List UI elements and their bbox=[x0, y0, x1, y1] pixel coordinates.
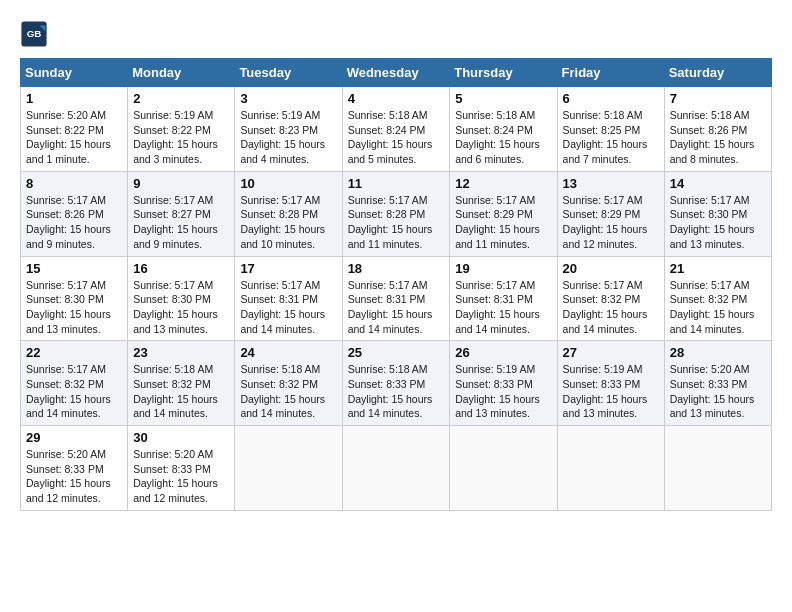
calendar-header-row: SundayMondayTuesdayWednesdayThursdayFrid… bbox=[21, 59, 772, 87]
day-cell: 1 Sunrise: 5:20 AM Sunset: 8:22 PM Dayli… bbox=[21, 87, 128, 172]
day-info: Sunrise: 5:20 AM Sunset: 8:33 PM Dayligh… bbox=[26, 447, 122, 506]
daylight-label: Daylight: 15 hours bbox=[455, 308, 540, 320]
sunset-label: Sunset: 8:30 PM bbox=[670, 208, 748, 220]
daylight-minutes: and 14 minutes. bbox=[240, 323, 315, 335]
daylight-label: Daylight: 15 hours bbox=[240, 223, 325, 235]
day-info: Sunrise: 5:17 AM Sunset: 8:29 PM Dayligh… bbox=[563, 193, 659, 252]
day-cell: 4 Sunrise: 5:18 AM Sunset: 8:24 PM Dayli… bbox=[342, 87, 450, 172]
header-cell-monday: Monday bbox=[128, 59, 235, 87]
sunset-label: Sunset: 8:29 PM bbox=[563, 208, 641, 220]
sunset-label: Sunset: 8:26 PM bbox=[670, 124, 748, 136]
daylight-label: Daylight: 15 hours bbox=[26, 138, 111, 150]
day-cell: 27 Sunrise: 5:19 AM Sunset: 8:33 PM Dayl… bbox=[557, 341, 664, 426]
sunrise-label: Sunrise: 5:17 AM bbox=[26, 279, 106, 291]
day-cell: 2 Sunrise: 5:19 AM Sunset: 8:22 PM Dayli… bbox=[128, 87, 235, 172]
week-row-3: 15 Sunrise: 5:17 AM Sunset: 8:30 PM Dayl… bbox=[21, 256, 772, 341]
week-row-2: 8 Sunrise: 5:17 AM Sunset: 8:26 PM Dayli… bbox=[21, 171, 772, 256]
daylight-label: Daylight: 15 hours bbox=[455, 138, 540, 150]
sunset-label: Sunset: 8:32 PM bbox=[670, 293, 748, 305]
day-number: 26 bbox=[455, 345, 551, 360]
sunset-label: Sunset: 8:32 PM bbox=[563, 293, 641, 305]
daylight-label: Daylight: 15 hours bbox=[240, 308, 325, 320]
daylight-label: Daylight: 15 hours bbox=[133, 393, 218, 405]
daylight-label: Daylight: 15 hours bbox=[455, 223, 540, 235]
day-number: 14 bbox=[670, 176, 766, 191]
day-info: Sunrise: 5:17 AM Sunset: 8:32 PM Dayligh… bbox=[563, 278, 659, 337]
sunrise-label: Sunrise: 5:17 AM bbox=[26, 194, 106, 206]
day-info: Sunrise: 5:17 AM Sunset: 8:30 PM Dayligh… bbox=[670, 193, 766, 252]
day-cell: 19 Sunrise: 5:17 AM Sunset: 8:31 PM Dayl… bbox=[450, 256, 557, 341]
daylight-minutes: and 14 minutes. bbox=[348, 323, 423, 335]
sunrise-label: Sunrise: 5:18 AM bbox=[563, 109, 643, 121]
daylight-label: Daylight: 15 hours bbox=[670, 393, 755, 405]
day-number: 21 bbox=[670, 261, 766, 276]
sunrise-label: Sunrise: 5:20 AM bbox=[133, 448, 213, 460]
day-number: 27 bbox=[563, 345, 659, 360]
sunrise-label: Sunrise: 5:20 AM bbox=[26, 109, 106, 121]
daylight-minutes: and 14 minutes. bbox=[563, 323, 638, 335]
day-number: 11 bbox=[348, 176, 445, 191]
day-cell: 13 Sunrise: 5:17 AM Sunset: 8:29 PM Dayl… bbox=[557, 171, 664, 256]
daylight-label: Daylight: 15 hours bbox=[348, 138, 433, 150]
daylight-label: Daylight: 15 hours bbox=[26, 393, 111, 405]
day-number: 7 bbox=[670, 91, 766, 106]
daylight-minutes: and 13 minutes. bbox=[670, 238, 745, 250]
daylight-minutes: and 11 minutes. bbox=[348, 238, 423, 250]
daylight-minutes: and 11 minutes. bbox=[455, 238, 530, 250]
sunset-label: Sunset: 8:24 PM bbox=[348, 124, 426, 136]
daylight-minutes: and 13 minutes. bbox=[563, 407, 638, 419]
day-cell: 14 Sunrise: 5:17 AM Sunset: 8:30 PM Dayl… bbox=[664, 171, 771, 256]
daylight-minutes: and 13 minutes. bbox=[670, 407, 745, 419]
header-cell-tuesday: Tuesday bbox=[235, 59, 342, 87]
day-cell bbox=[235, 426, 342, 511]
svg-text:GB: GB bbox=[27, 28, 42, 39]
sunrise-label: Sunrise: 5:17 AM bbox=[26, 363, 106, 375]
day-number: 22 bbox=[26, 345, 122, 360]
daylight-minutes: and 13 minutes. bbox=[26, 323, 101, 335]
sunrise-label: Sunrise: 5:18 AM bbox=[348, 363, 428, 375]
daylight-label: Daylight: 15 hours bbox=[563, 223, 648, 235]
sunrise-label: Sunrise: 5:17 AM bbox=[348, 279, 428, 291]
sunrise-label: Sunrise: 5:17 AM bbox=[240, 194, 320, 206]
sunset-label: Sunset: 8:28 PM bbox=[240, 208, 318, 220]
day-cell: 15 Sunrise: 5:17 AM Sunset: 8:30 PM Dayl… bbox=[21, 256, 128, 341]
sunrise-label: Sunrise: 5:19 AM bbox=[455, 363, 535, 375]
sunset-label: Sunset: 8:27 PM bbox=[133, 208, 211, 220]
sunset-label: Sunset: 8:25 PM bbox=[563, 124, 641, 136]
daylight-label: Daylight: 15 hours bbox=[670, 223, 755, 235]
header: GB bbox=[20, 20, 772, 48]
day-cell: 24 Sunrise: 5:18 AM Sunset: 8:32 PM Dayl… bbox=[235, 341, 342, 426]
day-cell: 20 Sunrise: 5:17 AM Sunset: 8:32 PM Dayl… bbox=[557, 256, 664, 341]
day-number: 13 bbox=[563, 176, 659, 191]
daylight-minutes: and 14 minutes. bbox=[670, 323, 745, 335]
day-cell: 17 Sunrise: 5:17 AM Sunset: 8:31 PM Dayl… bbox=[235, 256, 342, 341]
sunrise-label: Sunrise: 5:17 AM bbox=[455, 194, 535, 206]
sunrise-label: Sunrise: 5:17 AM bbox=[455, 279, 535, 291]
day-cell: 23 Sunrise: 5:18 AM Sunset: 8:32 PM Dayl… bbox=[128, 341, 235, 426]
sunrise-label: Sunrise: 5:20 AM bbox=[670, 363, 750, 375]
sunset-label: Sunset: 8:30 PM bbox=[133, 293, 211, 305]
sunset-label: Sunset: 8:22 PM bbox=[133, 124, 211, 136]
day-cell bbox=[342, 426, 450, 511]
day-cell: 8 Sunrise: 5:17 AM Sunset: 8:26 PM Dayli… bbox=[21, 171, 128, 256]
day-info: Sunrise: 5:17 AM Sunset: 8:32 PM Dayligh… bbox=[670, 278, 766, 337]
day-number: 2 bbox=[133, 91, 229, 106]
day-number: 5 bbox=[455, 91, 551, 106]
header-cell-saturday: Saturday bbox=[664, 59, 771, 87]
sunrise-label: Sunrise: 5:18 AM bbox=[133, 363, 213, 375]
day-number: 19 bbox=[455, 261, 551, 276]
daylight-minutes: and 13 minutes. bbox=[133, 323, 208, 335]
day-info: Sunrise: 5:17 AM Sunset: 8:31 PM Dayligh… bbox=[348, 278, 445, 337]
daylight-label: Daylight: 15 hours bbox=[26, 308, 111, 320]
daylight-label: Daylight: 15 hours bbox=[133, 223, 218, 235]
sunset-label: Sunset: 8:33 PM bbox=[670, 378, 748, 390]
daylight-label: Daylight: 15 hours bbox=[563, 138, 648, 150]
sunset-label: Sunset: 8:24 PM bbox=[455, 124, 533, 136]
sunset-label: Sunset: 8:31 PM bbox=[348, 293, 426, 305]
day-info: Sunrise: 5:18 AM Sunset: 8:26 PM Dayligh… bbox=[670, 108, 766, 167]
day-number: 23 bbox=[133, 345, 229, 360]
daylight-label: Daylight: 15 hours bbox=[455, 393, 540, 405]
header-cell-wednesday: Wednesday bbox=[342, 59, 450, 87]
daylight-label: Daylight: 15 hours bbox=[670, 308, 755, 320]
day-number: 25 bbox=[348, 345, 445, 360]
